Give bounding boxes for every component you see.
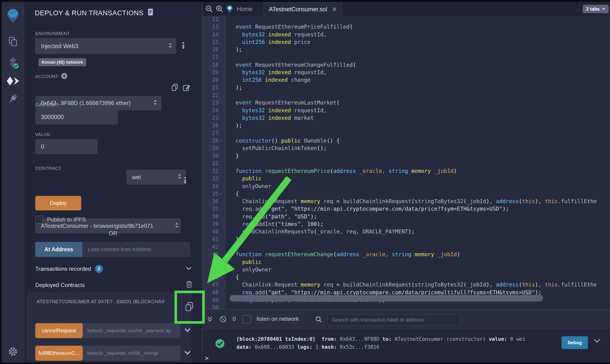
tab-home-label: Home	[237, 6, 252, 13]
code-line: 45 onlyOwner	[202, 266, 610, 273]
remix-ide-window: DEPLOY & RUN TRANSACTIONS ENVIRONMENT In…	[0, 0, 610, 364]
publish-ipfs-checkbox[interactable]	[35, 216, 43, 223]
code-line: 41 }	[202, 235, 610, 243]
code-lines[interactable]: 1213 event RequestEthereumPriceFulfilled…	[202, 15, 610, 310]
log-line-2[interactable]: data: 0x608...60033 logs: 1 hash: 0x53c.…	[236, 344, 379, 350]
code-line: 29 setPublicChainlinkToken();	[202, 144, 610, 152]
deployed-contract-card: ATESTNETCONSUMER AT 0X7E7...E80D1 (BLOCK…	[27, 292, 191, 363]
deploy-button[interactable]: Deploy	[35, 196, 81, 210]
code-line: 19 bytes32 indexed requestId,	[202, 69, 610, 76]
add-account-icon[interactable]	[61, 73, 67, 80]
gas-limit-value: 3000000	[41, 114, 64, 120]
cancelRequest-button[interactable]: cancelRequest	[35, 323, 83, 338]
horizontal-scrollbar[interactable]	[230, 295, 543, 301]
value-label: VALUE	[35, 132, 50, 137]
fulfillEthereumChange-params-input[interactable]: bytes32 _requestId, int256 _change	[83, 346, 180, 361]
value-amount: 0	[41, 143, 44, 150]
contract-label: CONTRACT	[35, 166, 61, 171]
deployed-contract-header[interactable]: ATESTNETCONSUMER AT 0X7E7...E80D1 (BLOCK…	[33, 299, 164, 304]
code-line: 46▾ {	[202, 273, 610, 281]
stepper-arrows-icon	[178, 173, 181, 181]
activity-bar	[2, 2, 24, 363]
environment-info-icon[interactable]	[182, 42, 185, 50]
code-line: 26 );	[202, 122, 610, 129]
stepper-arrows-icon	[153, 99, 157, 107]
zoom-out-icon[interactable]	[205, 5, 213, 14]
transactions-count-badge: 2	[95, 265, 103, 273]
copy-contract-address-icon[interactable]	[185, 302, 194, 313]
documentation-icon[interactable]	[148, 8, 154, 18]
success-check-icon	[215, 339, 225, 349]
function-row-fulfillEthereumChange: fulfillEthereumC... bytes32 _requestId, …	[35, 346, 190, 361]
code-line: 12	[202, 15, 610, 23]
code-line: 44 public	[202, 258, 610, 266]
network-badge: Kovan (42) network	[39, 58, 86, 66]
window-edge	[0, 363, 610, 364]
zoom-in-icon[interactable]	[216, 5, 223, 14]
copy-account-icon[interactable]	[171, 84, 179, 92]
deploy-and-run-icon[interactable]	[6, 76, 19, 87]
tab-atestnetconsumer[interactable]: ATestnetConsumer.sol	[263, 2, 342, 16]
code-line: 39 req.addInt("times", 100);	[202, 220, 610, 228]
environment-select[interactable]: Injected Web3	[35, 38, 176, 54]
log-line-1[interactable]: [block:20780401 txIndex:0] from: 0x643..…	[236, 336, 529, 342]
code-line: 23 event RequestEthereumLastMarket(	[202, 99, 610, 106]
code-line: 27	[202, 129, 610, 137]
terminal-toolbar: 0 listen on network Search with transact…	[202, 309, 610, 329]
close-tab-icon[interactable]	[332, 6, 336, 13]
transactions-recorded-label: Transactions recorded	[35, 266, 91, 272]
contract-info-icon[interactable]	[184, 177, 186, 185]
terminal-log: [block:20780401 txIndex:0] from: 0x643..…	[202, 329, 610, 363]
solidity-compiler-icon[interactable]	[7, 56, 19, 69]
listen-network-label: listen on network	[257, 316, 299, 322]
value-unit-select[interactable]: wei	[126, 169, 186, 185]
code-line: 30 }	[202, 152, 610, 159]
code-line: 28▾ constructor() public Ownable() {	[202, 137, 610, 144]
code-line: 17	[202, 53, 610, 61]
pending-tx-count: 0	[233, 316, 236, 322]
trash-icon[interactable]	[186, 280, 193, 289]
editor-area: Home ATestnetConsumer.sol 2 tabs 1213 ev…	[202, 2, 610, 363]
code-line: 36 Chainlink.Request memory req = buildC…	[202, 197, 610, 205]
code-line: 40 sendChainlinkRequestTo(_oracle, req, …	[202, 228, 610, 235]
code-line: 33 public	[202, 175, 610, 182]
environment-value: Injected Web3	[41, 43, 78, 50]
stepper-arrows-icon	[175, 222, 179, 230]
tabs-count-badge[interactable]: 2 tabs	[583, 5, 609, 13]
transactions-recorded-row: Transactions recorded 2	[35, 265, 103, 273]
edit-account-icon[interactable]	[183, 84, 191, 92]
remix-logo-icon[interactable]	[5, 8, 20, 25]
cancelRequest-params-input[interactable]: bytes32 _requestId, uint256 _payment, by	[83, 323, 180, 338]
plugin-manager-icon[interactable]	[7, 93, 19, 105]
terminal-prompt[interactable]: >	[205, 355, 209, 362]
environment-label: ENVIRONMENT	[35, 31, 70, 36]
at-address-input[interactable]: Load contract from Address	[82, 242, 190, 257]
code-line: 42	[202, 243, 610, 251]
account-label-text: ACCOUNT	[35, 74, 58, 79]
code-line: 34 onlyOwner	[202, 182, 610, 190]
fulfillEthereumChange-button[interactable]: fulfillEthereumC...	[35, 346, 83, 361]
clear-console-icon[interactable]	[219, 316, 226, 324]
code-line: 32 function requestEthereumPrice(address…	[202, 167, 610, 175]
transactions-chevron-icon[interactable]	[186, 267, 191, 271]
code-line: 20 int256 indexed change	[202, 76, 610, 84]
code-line: 24 bytes32 indexed requestId,	[202, 107, 610, 114]
expand-function-chevron-icon[interactable]	[185, 351, 190, 356]
terminal-search-input[interactable]: Search with transaction hash or address	[327, 314, 460, 325]
gas-limit-input[interactable]: 3000000	[35, 109, 118, 124]
listen-network-checkbox[interactable]	[242, 315, 251, 324]
tab-home[interactable]: Home	[225, 5, 252, 13]
value-input[interactable]: 0	[35, 139, 97, 154]
log-expand-chevron-icon[interactable]	[594, 339, 600, 344]
at-address-button[interactable]: At Address	[35, 242, 82, 257]
chevron-down-icon	[602, 8, 605, 10]
account-label: ACCOUNT	[35, 73, 67, 80]
expand-function-chevron-icon[interactable]	[185, 328, 190, 333]
remix-home-logo-icon	[225, 5, 234, 13]
settings-gear-icon[interactable]	[8, 346, 18, 358]
file-explorer-icon[interactable]	[8, 36, 18, 48]
debug-button[interactable]: Debug	[562, 336, 588, 349]
expand-terminal-icon[interactable]	[207, 316, 212, 323]
code-line: 37 req.add("get", "https://min-api.crypt…	[202, 205, 610, 212]
code-line: 15 uint256 indexed price	[202, 38, 610, 46]
